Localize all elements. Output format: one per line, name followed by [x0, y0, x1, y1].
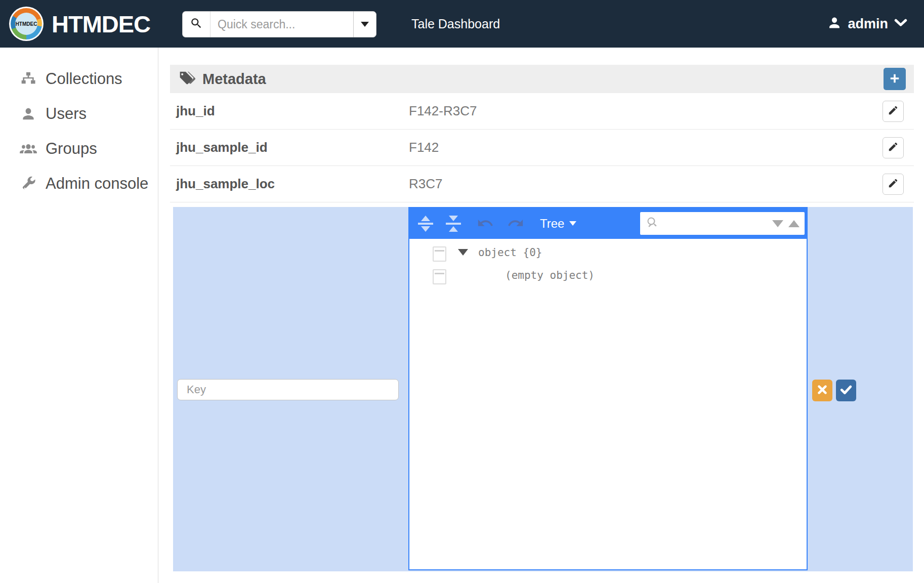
- htmdec-logo[interactable]: HTMDEC: [9, 7, 44, 41]
- cancel-metadata-button[interactable]: [812, 380, 832, 401]
- sidebar-item-groups[interactable]: Groups: [0, 131, 158, 166]
- caret-down-icon: [569, 221, 576, 226]
- metadata-key: jhu_id: [176, 103, 409, 119]
- metadata-edit-panel: Tree object {0}: [173, 207, 913, 571]
- metadata-row: jhu_id F142-R3C7: [170, 93, 914, 130]
- users-icon: [19, 141, 37, 156]
- metadata-header: Metadata: [170, 65, 914, 93]
- metadata-key: jhu_sample_id: [176, 140, 409, 155]
- sidebar-item-users[interactable]: Users: [0, 96, 158, 131]
- search-mode-dropdown[interactable]: [353, 11, 376, 37]
- metadata-value: R3C7: [409, 176, 442, 192]
- json-editor: Tree object {0}: [408, 207, 808, 570]
- metadata-key-input[interactable]: [177, 379, 399, 400]
- sidebar-item-label: Collections: [46, 70, 122, 88]
- mode-label: Tree: [540, 217, 564, 231]
- json-editor-menu: Tree: [409, 208, 807, 239]
- json-search-box: [640, 212, 805, 235]
- user-menu[interactable]: admin: [827, 16, 907, 32]
- sidebar-item-label: Admin console: [46, 175, 148, 193]
- top-navbar: HTMDEC HTMDEC Tale Dashboard admin: [0, 0, 924, 48]
- json-empty-label: (empty object): [505, 269, 595, 281]
- undo-icon: [477, 215, 494, 233]
- undo-button[interactable]: [476, 214, 495, 233]
- sidebar-item-label: Users: [46, 105, 87, 123]
- brand-title[interactable]: HTMDEC: [52, 10, 150, 38]
- actionmenu-icon[interactable]: [433, 269, 446, 284]
- edit-metadata-button[interactable]: [883, 174, 904, 195]
- quick-search-input[interactable]: [211, 11, 353, 37]
- close-icon: [817, 384, 828, 397]
- sidebar-item-label: Groups: [46, 140, 97, 158]
- collapse-all-button[interactable]: [444, 214, 463, 233]
- search-icon: [190, 17, 203, 32]
- user-name: admin: [848, 16, 888, 32]
- search-next-icon[interactable]: [772, 220, 783, 227]
- node-expanded-icon[interactable]: [458, 249, 468, 256]
- mode-dropdown[interactable]: Tree: [540, 208, 576, 239]
- plus-icon: [889, 70, 900, 88]
- search-previous-icon[interactable]: [788, 220, 800, 227]
- search-button[interactable]: [182, 11, 211, 37]
- sidebar-nav: Collections Users Groups Admin console: [0, 48, 158, 583]
- sidebar-item-collections[interactable]: Collections: [0, 61, 158, 96]
- sidebar-item-admin-console[interactable]: Admin console: [0, 166, 158, 201]
- caret-down-icon: [361, 22, 369, 27]
- redo-button[interactable]: [506, 214, 525, 233]
- accept-metadata-button[interactable]: [836, 380, 856, 401]
- htmdec-logo-text: HTMDEC: [15, 13, 37, 35]
- sitemap-icon: [19, 71, 37, 87]
- add-metadata-button[interactable]: [884, 68, 906, 90]
- json-tree: object {0} (empty object): [409, 239, 807, 288]
- metadata-value: F142: [409, 140, 439, 155]
- quick-search-group: [182, 11, 376, 37]
- edit-metadata-button[interactable]: [883, 101, 904, 122]
- metadata-row: jhu_sample_loc R3C7: [170, 166, 914, 202]
- pencil-icon: [888, 178, 899, 190]
- redo-icon: [507, 215, 524, 233]
- tale-dashboard-link[interactable]: Tale Dashboard: [411, 17, 500, 31]
- magnifier-icon: [645, 215, 660, 232]
- pencil-icon: [888, 105, 899, 117]
- metadata-value: F142-R3C7: [409, 103, 477, 119]
- json-tree-root-row: object {0}: [409, 243, 807, 266]
- metadata-row: jhu_sample_id F142: [170, 130, 914, 166]
- user-icon: [827, 16, 842, 32]
- chevron-down-icon: [894, 18, 907, 30]
- collapse-all-icon: [449, 216, 458, 221]
- wrench-icon: [19, 176, 37, 191]
- tags-icon: [178, 70, 195, 88]
- metadata-title: Metadata: [202, 71, 266, 88]
- expand-all-button[interactable]: [416, 214, 435, 233]
- json-root-label: object {0}: [478, 246, 542, 259]
- main-content: Metadata jhu_id F142-R3C7 jhu_sample_id …: [170, 48, 914, 571]
- user-icon: [19, 106, 37, 121]
- actionmenu-icon[interactable]: [433, 246, 446, 262]
- json-search-input[interactable]: [660, 218, 769, 229]
- metadata-key: jhu_sample_loc: [176, 176, 409, 192]
- check-icon: [839, 383, 853, 398]
- expand-all-icon: [421, 216, 430, 221]
- htmdec-logo-ring: HTMDEC: [11, 8, 42, 39]
- edit-metadata-button[interactable]: [883, 137, 904, 158]
- json-tree-empty-row: (empty object): [409, 266, 807, 288]
- pencil-icon: [888, 141, 899, 154]
